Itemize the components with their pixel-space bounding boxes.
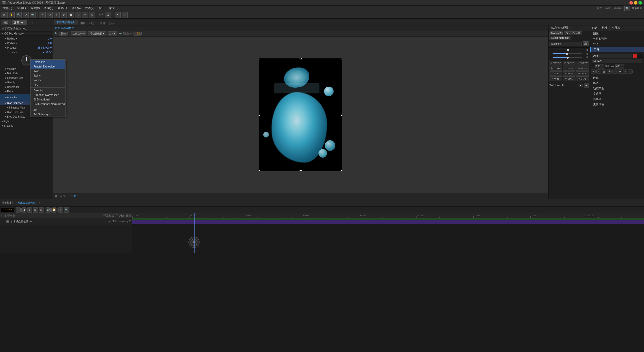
btn-null[interactable]: ○NULL xyxy=(550,71,562,76)
tool-rotate[interactable]: ⟳ xyxy=(23,12,29,18)
btn-marker[interactable]: ◇ xyxy=(58,207,63,213)
timeline-tab-close[interactable]: × xyxy=(39,202,40,204)
btn-blend[interactable]: ⬡BLEND xyxy=(563,61,576,65)
btn-play[interactable]: ▶ xyxy=(33,207,38,213)
btn-search[interactable]: 🔍 xyxy=(64,207,69,213)
camera-btn[interactable]: 活动摄像机 ▾ xyxy=(88,31,106,36)
handle-br[interactable] xyxy=(341,170,342,171)
subscript-btn[interactable]: T₂ xyxy=(628,69,633,74)
menu-item-bi-directional[interactable]: Bi-Directional xyxy=(30,97,65,102)
panel-item-character[interactable]: 字符 xyxy=(590,47,644,52)
panel-item-motion-sketch[interactable]: 动态草图 xyxy=(590,86,644,91)
btn-jump[interactable]: ↑JUMP xyxy=(563,66,576,71)
tab-standard[interactable]: 标准 xyxy=(600,25,610,31)
resolution-btn[interactable]: 二分之一 ▾ xyxy=(71,31,86,36)
menu-window[interactable]: 窗口 xyxy=(97,6,107,11)
close-button[interactable]: × xyxy=(629,1,633,5)
btn-clone[interactable]: ⧉CLONE xyxy=(550,66,562,71)
btn-name[interactable]: ✎NAME xyxy=(576,66,589,71)
font-size-input[interactable] xyxy=(595,64,604,68)
handle-tl[interactable] xyxy=(259,58,260,59)
btn-play-back[interactable]: ◀ xyxy=(21,207,26,213)
btn-dool[interactable]: ⚙DOOL xyxy=(576,71,589,76)
tab-motion2[interactable]: Motion 2 xyxy=(550,31,563,35)
panel-item-update[interactable]: 更新插值 xyxy=(590,102,644,107)
slider-3[interactable] xyxy=(553,57,582,58)
small-caps-btn[interactable]: Tt xyxy=(618,69,622,74)
tracking-input[interactable] xyxy=(615,64,624,68)
slider-2-thumb[interactable] xyxy=(566,53,568,55)
btn-stab[interactable]: ✦STAB xyxy=(576,76,589,81)
task-launch-btn[interactable]: ▶ xyxy=(584,83,589,88)
slider-3-thumb[interactable] xyxy=(567,57,569,59)
btn-stop[interactable]: ⏸ xyxy=(27,207,32,213)
tab-dusk[interactable]: Dusk Basel1 xyxy=(564,31,582,35)
btn-burst[interactable]: ✦BURST xyxy=(576,61,589,65)
tab-super-morphing[interactable]: Super Morphing xyxy=(550,36,571,40)
btn-audio[interactable]: 🔊 xyxy=(46,207,51,213)
panel-item-align[interactable]: 对齐 xyxy=(590,42,644,47)
prop-radius-y[interactable]: ▶ Radius Y 0.0 xyxy=(0,41,53,45)
menu-view[interactable]: 视图(V) xyxy=(83,6,96,11)
panel-item-para[interactable]: 段落 xyxy=(590,75,644,81)
layers-btn[interactable]: 1个 ▾ xyxy=(108,31,117,36)
menu-item-twirly[interactable]: Twirly xyxy=(30,73,65,78)
prop-producer[interactable]: ▶ Producer 583.5, 900.0 xyxy=(0,45,53,50)
handle-tm[interactable] xyxy=(300,58,302,59)
tool-camera[interactable]: 📷 xyxy=(30,12,36,18)
font-style-input[interactable]: Narrow xyxy=(592,59,642,63)
prop-radius-x[interactable]: ▶ Radius X 1.0 xyxy=(0,36,53,41)
prop-direction[interactable]: ▼ Direction ▲ +0.5° xyxy=(0,50,53,54)
bold-btn[interactable]: B xyxy=(591,69,596,74)
menu-help[interactable]: 帮助(H) xyxy=(107,6,120,11)
menu-layer[interactable]: 图层(L) xyxy=(42,6,55,11)
panel-item-wiggle[interactable]: 摇摆器 xyxy=(590,96,644,102)
italic-btn[interactable]: I xyxy=(596,69,601,74)
tool-hand[interactable]: ✋ xyxy=(9,12,15,18)
tool-zoom[interactable]: 🔍 xyxy=(16,12,22,18)
handle-mr[interactable] xyxy=(341,114,342,116)
slider-1[interactable] xyxy=(554,50,582,50)
menu-edit[interactable]: 编辑(E) xyxy=(15,6,28,11)
font-bg-swatch[interactable] xyxy=(638,54,642,58)
layer-solo[interactable]: S xyxy=(108,220,111,223)
btn-loop[interactable]: 🔁 xyxy=(51,207,56,213)
menu-comp[interactable]: 合成(C) xyxy=(28,6,42,11)
tab-comp[interactable]: 水水成品调色后 xyxy=(54,20,78,25)
tool-mask[interactable]: ⬡ xyxy=(47,12,53,18)
search-button[interactable]: 🔍 xyxy=(624,5,630,11)
tab-default[interactable]: 默认 xyxy=(590,25,600,31)
menu-animation[interactable]: 动画(A) xyxy=(70,6,83,11)
menu-item-twirl[interactable]: Twirl xyxy=(30,69,65,73)
snap-btn[interactable]: ⊞ xyxy=(105,12,111,18)
btn-warp[interactable]: ⟡WARP xyxy=(550,76,562,81)
font-name-input[interactable]: Arial xyxy=(592,54,632,58)
tool-roto[interactable]: ✄ xyxy=(82,12,88,18)
font-color-swatch[interactable] xyxy=(633,54,637,58)
tool-eraser[interactable]: ◻ xyxy=(75,12,81,18)
panel-item-effects-presets[interactable]: 效果和预设 xyxy=(590,36,644,42)
caps-btn[interactable]: TT xyxy=(612,69,617,74)
handle-bm[interactable] xyxy=(300,170,302,171)
tool-puppet[interactable]: ⚇ xyxy=(89,12,95,18)
handle-tr[interactable] xyxy=(341,58,342,59)
tool-select[interactable]: ▶ xyxy=(2,12,8,18)
panel-item-image[interactable]: 图像 xyxy=(590,31,644,36)
btn-spin[interactable]: ↻SPIN xyxy=(563,76,576,81)
menu-file[interactable]: 文件(F) xyxy=(1,6,14,11)
menu-item-fire[interactable]: Fire xyxy=(30,82,65,87)
slider-1-thumb[interactable] xyxy=(567,49,569,51)
btn-step-fwd[interactable]: ⏭ xyxy=(39,207,44,213)
timeline-comp-tab[interactable]: 水水成品调色后 xyxy=(16,201,37,205)
task-launch-dropdown[interactable]: ▾ xyxy=(578,84,583,87)
zoom-value[interactable]: 50% xyxy=(59,32,68,36)
prop-light[interactable]: ▶ Light xyxy=(0,119,53,123)
slider-2[interactable] xyxy=(553,53,582,54)
prop-shading[interactable]: ▶ Shading xyxy=(0,123,53,128)
tool-pen[interactable]: ✏ xyxy=(40,12,46,18)
menu-item-explosive[interactable]: Explosive xyxy=(30,60,65,64)
timeline-frame-counter[interactable]: 00065 xyxy=(1,208,14,212)
btn-drift[interactable]: ~DRIFT xyxy=(563,71,576,76)
layer-parent[interactable]: 无 xyxy=(129,220,131,223)
handle-ml[interactable] xyxy=(259,114,260,116)
